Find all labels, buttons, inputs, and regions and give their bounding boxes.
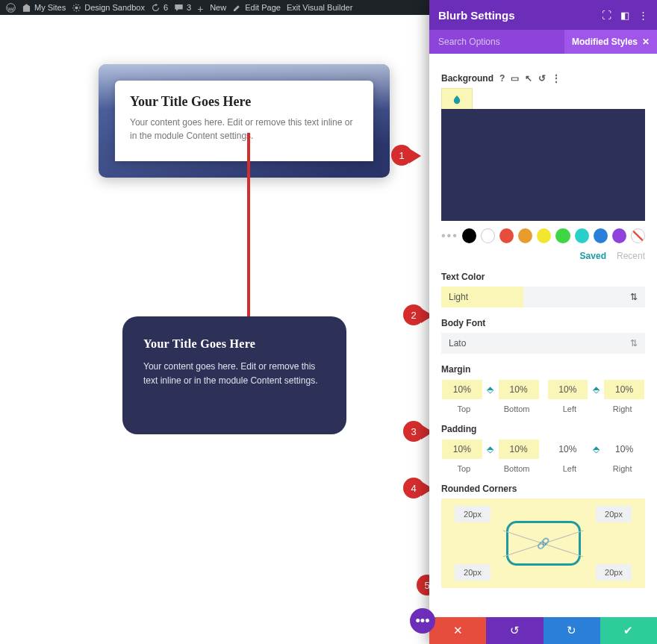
updates-link[interactable]: 6 (151, 3, 168, 13)
label-text-color: Text Color (441, 272, 645, 282)
margin-top-input[interactable]: 10% (442, 380, 482, 399)
rounded-corners-editor: 20px 20px 20px 20px 🔗 (441, 498, 645, 588)
svg-point-1 (75, 6, 78, 9)
link-icon[interactable]: ⬘ (588, 440, 604, 459)
swatch-yellow[interactable] (537, 228, 551, 243)
undo-button[interactable]: ↺ (486, 617, 543, 644)
link-icon[interactable]: ⬘ (482, 440, 499, 459)
margin-right-input[interactable]: 10% (604, 380, 644, 399)
edit-page-link[interactable]: Edit Page (232, 3, 281, 13)
padding-right-input[interactable]: 10% (604, 440, 644, 459)
label-padding: Padding (441, 424, 645, 434)
swatch-white[interactable] (481, 228, 495, 243)
text-color-select[interactable]: Light ⇅ (441, 287, 645, 307)
hover-icon[interactable]: ↖ (525, 73, 532, 84)
close-icon[interactable]: ✕ (642, 37, 650, 47)
corner-tr-input[interactable]: 20px (596, 506, 632, 522)
panel-tabs: Search Options Modified Styles✕ (429, 30, 657, 54)
palette-more-icon[interactable]: ••• (441, 229, 458, 243)
kebab-icon[interactable]: ⋮ (638, 10, 648, 21)
swatch-teal[interactable] (575, 228, 589, 243)
reset-icon[interactable]: ↺ (538, 73, 546, 84)
search-options-input[interactable]: Search Options (429, 30, 564, 54)
swatch-purple[interactable] (612, 228, 626, 243)
swatch-none[interactable] (631, 228, 645, 243)
link-icon[interactable]: ⬘ (482, 380, 499, 399)
expand-icon[interactable]: ⛶ (602, 10, 611, 21)
redo-button[interactable]: ↻ (544, 617, 600, 644)
site-name-link[interactable]: Design Sandbox (72, 3, 145, 13)
swatch-blue[interactable] (594, 228, 608, 243)
panel-body: Background ? ▭ ↖ ↺ ⋮ ••• (429, 54, 657, 617)
padding-inputs: 10%⬘10% 10%⬘10% (441, 439, 645, 460)
comments-link[interactable]: 3 (174, 3, 191, 13)
save-button[interactable]: ✔ (600, 617, 657, 644)
new-link[interactable]: +New (197, 3, 226, 13)
my-sites-link[interactable]: My Sites (22, 3, 66, 13)
chevron-updown-icon: ⇅ (630, 338, 638, 348)
blurb-after[interactable]: Your Title Goes Here Your content goes h… (122, 316, 346, 434)
label-background: Background ? ▭ ↖ ↺ ⋮ (441, 73, 645, 84)
link-icon[interactable]: ⬘ (588, 380, 604, 399)
corner-bl-input[interactable]: 20px (455, 564, 491, 581)
margin-inputs: 10%⬘10% 10%⬘10% (441, 379, 645, 400)
responsive-icon[interactable]: ▭ (511, 73, 519, 84)
blurb-after-title[interactable]: Your Title Goes Here (143, 337, 326, 351)
bg-color-tab[interactable] (441, 88, 473, 109)
margin-left-input[interactable]: 10% (548, 380, 588, 399)
margin-bottom-input[interactable]: 10% (499, 380, 539, 399)
label-margin: Margin (441, 364, 645, 375)
kebab-icon[interactable]: ⋮ (552, 73, 561, 84)
padding-left-input[interactable]: 10% (548, 440, 588, 459)
panel-header: Blurb Settings ⛶ ◧ ⋮ (429, 0, 657, 30)
label-body-font: Body Font (441, 318, 645, 328)
swatch-black[interactable] (462, 228, 476, 243)
more-actions-button[interactable]: ••• (410, 608, 435, 634)
page-canvas: Your Title Goes Here Your content goes h… (0, 15, 429, 644)
blurb-before-title[interactable]: Your Title Goes Here (130, 94, 358, 110)
chevron-updown-icon: ⇅ (623, 292, 645, 302)
corner-br-input[interactable]: 20px (596, 564, 632, 581)
body-font-select[interactable]: Lato ⇅ (441, 333, 645, 354)
panel-action-bar: ••• ✕ ↺ ↻ ✔ (429, 617, 657, 644)
cancel-button[interactable]: ✕ (429, 617, 486, 644)
tab-saved-colors[interactable]: Saved (580, 251, 606, 261)
link-icon[interactable]: 🔗 (536, 536, 551, 551)
swatch-orange[interactable] (518, 228, 532, 243)
blurb-after-text[interactable]: Your content goes here. Edit or remove t… (143, 360, 326, 388)
padding-top-input[interactable]: 10% (442, 440, 482, 459)
dock-icon[interactable]: ◧ (620, 10, 629, 21)
tab-recent-colors[interactable]: Recent (617, 251, 645, 261)
swatch-green[interactable] (555, 228, 570, 243)
annotation-arrow (244, 133, 252, 327)
corner-tl-input[interactable]: 20px (455, 506, 491, 522)
callout-1: 1 (391, 145, 426, 167)
wp-logo[interactable] (6, 3, 16, 13)
exit-vb-link[interactable]: Exit Visual Builder (287, 3, 352, 12)
padding-bottom-input[interactable]: 10% (499, 440, 539, 459)
bg-color-preview[interactable] (441, 109, 645, 221)
label-rounded-corners: Rounded Corners (441, 484, 645, 494)
panel-title: Blurb Settings (438, 9, 515, 22)
tab-modified-styles[interactable]: Modified Styles✕ (564, 30, 657, 54)
settings-panel: Blurb Settings ⛶ ◧ ⋮ Search Options Modi… (429, 0, 657, 644)
help-icon[interactable]: ? (499, 73, 505, 84)
color-palette: ••• (441, 228, 645, 243)
swatch-red[interactable] (499, 228, 514, 243)
